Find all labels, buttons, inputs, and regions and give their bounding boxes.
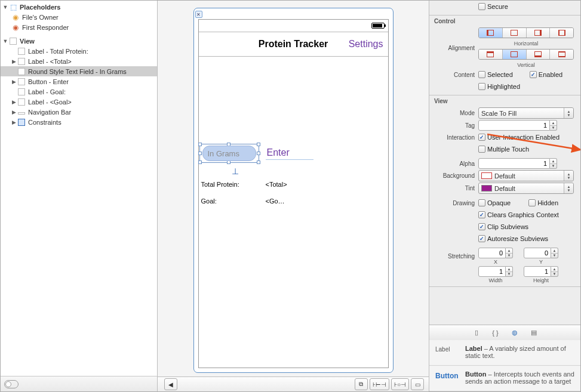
selected-checkbox[interactable]: Selected — [478, 71, 513, 78]
total-protein-label: Total Protein: — [201, 181, 266, 188]
opaque-checkbox[interactable]: Opaque — [478, 199, 511, 206]
cube-icon: ◉ — [11, 13, 20, 21]
disclosure-icon[interactable]: ▶ — [10, 98, 17, 106]
item-label: File's Owner — [22, 14, 59, 21]
outline-item[interactable]: Label - Total Protein: — [1, 46, 157, 56]
battery-icon — [371, 23, 385, 29]
drawing-label: Drawing — [429, 200, 478, 206]
tag-input[interactable] — [478, 120, 550, 131]
align-button[interactable]: ⧉ — [355, 378, 368, 390]
cube-icon: ⬚ — [9, 3, 17, 11]
outline-item[interactable]: ▶Button - Enter — [1, 76, 157, 87]
lib-tab-code-icon[interactable]: { } — [490, 328, 501, 338]
disclosure-icon[interactable]: ▶ — [10, 58, 17, 65]
library-list[interactable]: Label Label – A variably sized amount of… — [429, 340, 580, 391]
disclosure-icon[interactable]: ▼ — [2, 38, 9, 45]
alpha-input[interactable] — [478, 158, 550, 169]
enter-button[interactable]: Enter — [266, 147, 313, 160]
mode-popup[interactable]: Scale To Fill▲▼ — [478, 107, 574, 119]
outline-item[interactable]: ▶Label - <Total> — [1, 56, 157, 66]
tint-popup[interactable]: Default▲▼ — [478, 183, 574, 194]
alpha-label: Alpha — [429, 160, 478, 167]
background-swatch-icon — [481, 172, 492, 179]
stretch-w-field[interactable]: ▲▼ — [478, 266, 513, 277]
disclosure-icon[interactable]: ▶ — [10, 119, 17, 126]
clip-subviews-checkbox[interactable]: Clip Subviews — [478, 223, 528, 230]
view-section-title: View — [429, 95, 580, 107]
tag-stepper[interactable]: ▲▼ — [550, 120, 557, 131]
document-outline: ▼ ⬚ Placeholders ◉ File's Owner ◉ First … — [1, 1, 158, 391]
content-label: Content — [429, 72, 478, 78]
outline-section-view[interactable]: ▼ View — [1, 36, 157, 46]
goal-value: <Go… — [266, 197, 285, 205]
user-interaction-checkbox[interactable]: User Interaction Enabled — [478, 134, 560, 141]
tint-label: Tint — [429, 185, 478, 192]
background-label: Background — [429, 172, 478, 179]
alignment-horizontal-segmented[interactable] — [478, 27, 574, 38]
multiple-touch-checkbox[interactable]: Multiple Touch — [478, 146, 529, 153]
close-icon[interactable]: ✕ — [195, 11, 202, 18]
caret-icon: ⊥ — [232, 166, 239, 176]
disclosure-icon[interactable]: ▶ — [10, 109, 17, 116]
alignment-label: Alignment — [429, 45, 478, 51]
cgc-checkbox[interactable]: Clears Graphics Context — [478, 211, 559, 218]
disclosure-icon[interactable]: ▼ — [2, 4, 9, 11]
layout-buttons: ⧉ ⊦⊢⊣ ⊦○⊣ ▭ — [353, 378, 424, 390]
outline-item[interactable]: ▶Constraints — [1, 117, 157, 127]
outline-item-selected[interactable]: Round Style Text Field - In Grams — [1, 66, 157, 76]
highlighted-checkbox[interactable]: Highlighted — [478, 83, 520, 90]
pin-button[interactable]: ⊦⊢⊣ — [370, 378, 389, 390]
outline-item[interactable]: ▶Navigation Bar — [1, 107, 157, 117]
grams-textfield[interactable]: In Grams — [202, 146, 256, 161]
stretch-x-field[interactable]: ▲▼ — [478, 248, 513, 258]
library-item-button[interactable]: Button Button – Intercepts touch events … — [429, 366, 580, 391]
canvas-footer: ◀ ⧉ ⊦⊢⊣ ⊦○⊣ ▭ — [158, 376, 429, 391]
alpha-stepper[interactable]: ▲▼ — [550, 158, 557, 169]
toggle-outline-button[interactable]: ◀ — [164, 378, 177, 390]
goal-row: Goal: <Go… — [201, 197, 285, 205]
device-frame[interactable]: ✕ Protein Tracker Settings — [193, 8, 394, 373]
outline-tree[interactable]: ▼ ⬚ Placeholders ◉ File's Owner ◉ First … — [1, 1, 157, 376]
outline-item[interactable]: ▶Label - <Goal> — [1, 97, 157, 107]
section-label: View — [20, 38, 35, 45]
resolve-button[interactable]: ⊦○⊣ — [391, 378, 409, 390]
lib-tab-files-icon[interactable]: ▯ — [471, 328, 482, 338]
outline-section-placeholders[interactable]: ▼ ⬚ Placeholders — [1, 2, 157, 12]
lib-tab-objects-icon[interactable]: ◍ — [509, 328, 520, 338]
phone-screen: Protein Tracker Settings — [198, 19, 389, 368]
disclosure-icon[interactable]: ▶ — [10, 78, 17, 85]
hidden-checkbox[interactable]: Hidden — [528, 199, 558, 206]
cube-icon: ◉ — [11, 23, 20, 32]
view-icon — [10, 38, 17, 45]
stretch-y-field[interactable]: ▲▼ — [524, 248, 558, 258]
section-label: Placeholders — [20, 4, 60, 11]
enabled-checkbox[interactable]: Enabled — [530, 71, 562, 78]
library-item-label[interactable]: Label Label – A variably sized amount of… — [429, 340, 580, 366]
stretch-h-field[interactable]: ▲▼ — [524, 266, 558, 277]
settings-button[interactable]: Settings — [349, 39, 383, 50]
background-popup[interactable]: Default▲▼ — [478, 170, 574, 181]
outline-item-files-owner[interactable]: ◉ File's Owner — [1, 12, 157, 22]
goal-label: Goal: — [201, 197, 266, 205]
status-bar — [199, 20, 388, 32]
stretching-label: Stretching — [429, 253, 478, 260]
inspector: Secure Control Alignment Horizontal — [429, 1, 580, 391]
tint-swatch-icon — [481, 185, 492, 192]
canvas: ✕ Protein Tracker Settings — [158, 1, 429, 391]
interaction-label: Interaction — [429, 134, 478, 141]
tag-label: Tag — [429, 122, 478, 129]
vertical-caption: Vertical — [478, 62, 574, 68]
tag-field[interactable]: ▲▼ — [478, 120, 557, 131]
lib-tab-media-icon[interactable]: ▤ — [528, 328, 539, 338]
alpha-field[interactable]: ▲▼ — [478, 158, 557, 169]
nav-title: Protein Tracker — [259, 39, 328, 50]
resize-button[interactable]: ▭ — [411, 378, 424, 390]
control-section-title: Control — [429, 16, 580, 27]
filter-toggle[interactable] — [4, 380, 19, 388]
autoresize-checkbox[interactable]: Autoresize Subviews — [478, 235, 548, 242]
secure-checkbox[interactable]: Secure — [478, 3, 508, 10]
alignment-vertical-segmented[interactable] — [478, 49, 574, 60]
outline-item-first-responder[interactable]: ◉ First Responder — [1, 22, 157, 32]
total-protein-value: <Total> — [266, 181, 287, 188]
outline-item[interactable]: Label - Goal: — [1, 87, 157, 97]
